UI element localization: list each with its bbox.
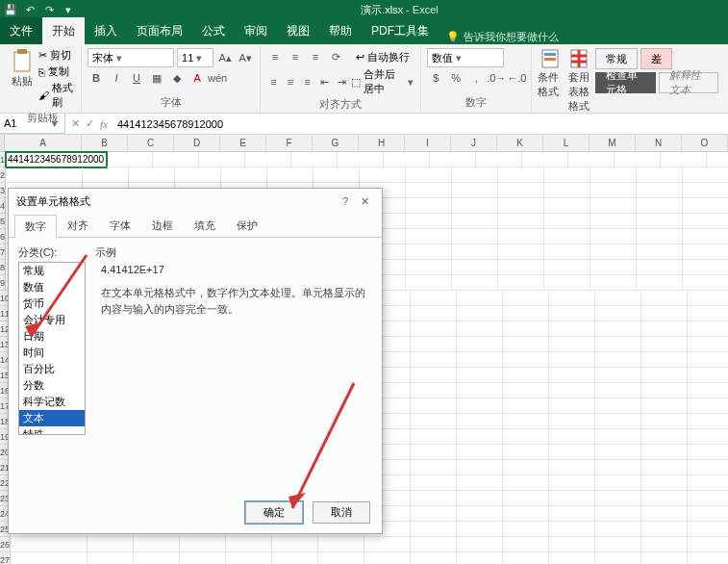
cell[interactable] bbox=[522, 152, 568, 167]
cell[interactable] bbox=[595, 445, 641, 460]
align-middle-button[interactable]: ≡ bbox=[287, 48, 304, 65]
cell[interactable] bbox=[568, 152, 615, 167]
cell[interactable] bbox=[83, 167, 129, 183]
cell[interactable] bbox=[549, 383, 595, 398]
column-header[interactable]: C bbox=[128, 135, 174, 151]
category-listbox[interactable]: 常规数值货币会计专用日期时间百分比分数科学记数文本特殊自定义 bbox=[18, 262, 86, 435]
row-header[interactable]: 27 bbox=[0, 552, 11, 564]
qat-more-icon[interactable]: ▾ bbox=[62, 3, 75, 16]
cell[interactable] bbox=[411, 414, 457, 429]
cell[interactable] bbox=[595, 352, 641, 368]
cell[interactable] bbox=[338, 152, 384, 167]
column-header[interactable]: O bbox=[682, 135, 728, 151]
tab-insert[interactable]: 插入 bbox=[85, 17, 127, 44]
cell[interactable] bbox=[457, 414, 503, 429]
cell[interactable] bbox=[641, 429, 688, 445]
fill-color-button[interactable]: ◆ bbox=[168, 69, 186, 87]
cell[interactable] bbox=[457, 352, 503, 368]
formula-input[interactable]: 441412345678912000 bbox=[113, 118, 728, 130]
category-item[interactable]: 常规 bbox=[19, 263, 85, 279]
cell[interactable] bbox=[688, 368, 728, 383]
cell[interactable] bbox=[291, 152, 338, 167]
cell[interactable] bbox=[688, 414, 728, 429]
name-box[interactable]: A1▾ bbox=[0, 114, 65, 134]
cell[interactable] bbox=[503, 321, 549, 337]
column-header[interactable]: J bbox=[451, 135, 497, 151]
cell[interactable] bbox=[411, 306, 457, 321]
column-header[interactable]: B bbox=[82, 135, 128, 151]
cell[interactable] bbox=[641, 368, 688, 383]
font-name-combo[interactable]: 宋体▾ bbox=[88, 48, 174, 67]
cell[interactable] bbox=[590, 167, 637, 183]
cell[interactable] bbox=[549, 552, 595, 564]
tab-help[interactable]: 帮助 bbox=[319, 17, 362, 44]
cell[interactable] bbox=[637, 198, 683, 214]
cell[interactable] bbox=[457, 337, 503, 352]
cell[interactable] bbox=[683, 275, 728, 291]
cell[interactable] bbox=[688, 337, 728, 352]
conditional-formatting-button[interactable]: 条件格式 bbox=[538, 48, 563, 99]
cell[interactable] bbox=[641, 383, 688, 398]
column-header[interactable]: M bbox=[590, 135, 636, 151]
cut-button[interactable]: ✂剪切 bbox=[38, 48, 75, 63]
dialog-tab-font[interactable]: 字体 bbox=[99, 214, 141, 237]
cell[interactable] bbox=[590, 275, 637, 291]
cell[interactable] bbox=[452, 167, 498, 183]
cell[interactable] bbox=[544, 198, 590, 214]
category-item[interactable]: 会计专用 bbox=[19, 312, 85, 328]
cell[interactable] bbox=[544, 260, 590, 275]
orientation-button[interactable]: ⟳ bbox=[327, 48, 344, 65]
cell[interactable] bbox=[406, 183, 452, 198]
cell[interactable] bbox=[406, 275, 452, 291]
cell[interactable] bbox=[107, 152, 153, 167]
cell-style-explanatory[interactable]: 解释性文本 bbox=[659, 72, 718, 93]
cell[interactable] bbox=[503, 460, 549, 475]
cell[interactable] bbox=[476, 152, 522, 167]
cell[interactable] bbox=[503, 352, 549, 368]
cell[interactable] bbox=[549, 337, 595, 352]
cell[interactable] bbox=[641, 337, 688, 352]
cell[interactable] bbox=[267, 167, 314, 183]
cell[interactable] bbox=[595, 414, 641, 429]
cell[interactable] bbox=[457, 460, 503, 475]
cell[interactable] bbox=[503, 445, 549, 460]
cell[interactable] bbox=[641, 506, 688, 522]
cell[interactable] bbox=[411, 291, 457, 306]
cell[interactable] bbox=[360, 167, 406, 183]
cell[interactable] bbox=[549, 414, 595, 429]
cell[interactable] bbox=[641, 552, 688, 564]
cell[interactable] bbox=[503, 383, 549, 398]
cell[interactable] bbox=[641, 414, 688, 429]
cell[interactable] bbox=[549, 460, 595, 475]
cell[interactable] bbox=[595, 337, 641, 352]
cell[interactable] bbox=[683, 183, 728, 198]
cell[interactable] bbox=[503, 398, 549, 414]
cell[interactable] bbox=[595, 475, 641, 491]
accounting-format-button[interactable]: $ bbox=[427, 69, 444, 87]
cell[interactable] bbox=[544, 214, 590, 229]
dialog-tab-fill[interactable]: 填充 bbox=[184, 214, 226, 237]
cell[interactable] bbox=[549, 522, 595, 537]
cell[interactable] bbox=[457, 522, 503, 537]
increase-decimal-button[interactable]: .0→ bbox=[488, 69, 505, 87]
dialog-tab-protection[interactable]: 保护 bbox=[226, 214, 268, 237]
cell[interactable] bbox=[406, 229, 452, 244]
category-item[interactable]: 特殊 bbox=[19, 426, 85, 435]
align-top-button[interactable]: ≡ bbox=[266, 48, 284, 65]
cell[interactable] bbox=[452, 275, 498, 291]
cell[interactable] bbox=[457, 491, 503, 506]
cell[interactable] bbox=[595, 429, 641, 445]
merge-center-button[interactable]: ⬚合并后居中▾ bbox=[351, 67, 414, 96]
dialog-tab-border[interactable]: 边框 bbox=[141, 214, 184, 237]
confirm-edit-icon[interactable]: ✓ bbox=[86, 117, 94, 130]
cell[interactable] bbox=[595, 291, 641, 306]
cell[interactable] bbox=[411, 321, 457, 337]
cell[interactable] bbox=[503, 552, 549, 564]
italic-button[interactable]: I bbox=[108, 69, 125, 87]
cell[interactable] bbox=[411, 429, 457, 445]
align-left-button[interactable]: ≡ bbox=[266, 73, 281, 90]
cell[interactable] bbox=[221, 167, 267, 183]
cell[interactable] bbox=[688, 306, 728, 321]
cell[interactable] bbox=[245, 152, 291, 167]
category-item[interactable]: 文本 bbox=[19, 410, 85, 426]
